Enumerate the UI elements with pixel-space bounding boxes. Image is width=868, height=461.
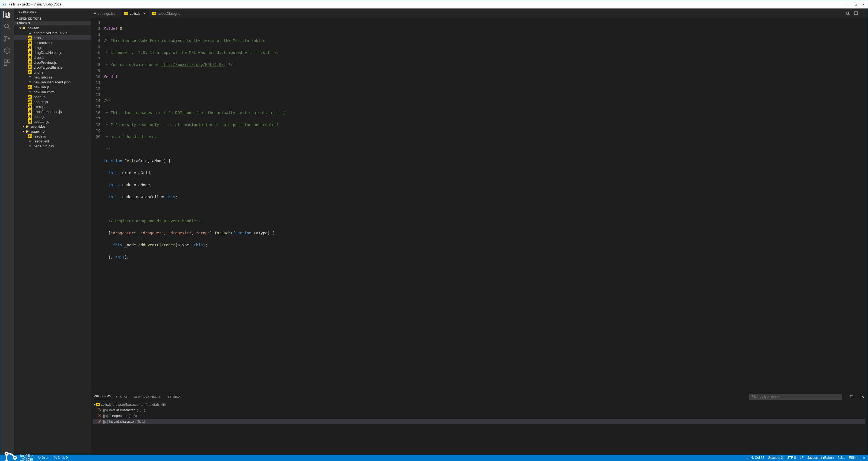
file-item[interactable]: pageInfo.css (14, 143, 91, 149)
minimize-button[interactable]: — (847, 2, 849, 6)
svg-line-3 (8, 28, 10, 30)
tab-debug-console[interactable]: DEBUG CONSOLE (134, 395, 161, 398)
file-item[interactable]: newTab.css (14, 75, 91, 79)
problem-item[interactable]: ⓧ[js] Invalid character. (5, 1) (93, 419, 865, 424)
file-item[interactable]: JSdragDataHelper.js (14, 50, 91, 55)
chevron-down-icon: ▾ (19, 26, 22, 30)
file-item[interactable]: JSsites.js (14, 104, 91, 109)
file-item[interactable]: alternativeDefaultSite... (14, 30, 91, 35)
code-editor[interactable]: 1234567891011121314151617181920 #ifdef 0… (91, 18, 868, 392)
file-name: cells.js (34, 36, 44, 40)
git-sync[interactable]: ↻ 0↓ 1↑ (38, 456, 50, 460)
file-item[interactable]: newTab.xhtml (14, 90, 91, 94)
language-mode[interactable]: Javascript (Babel) (808, 456, 834, 460)
js-icon: JS (28, 109, 32, 114)
file-name: undo.js (34, 114, 45, 119)
folder-pageinfo[interactable]: ▾📁pageinfo (14, 129, 91, 134)
tab-output[interactable]: OUTPUT (116, 395, 129, 398)
file-name: dropTargetShim.js (34, 65, 62, 69)
workspace-section[interactable]: ▾GECKO (14, 21, 91, 26)
problems-list[interactable]: ▾ JS cells.js browser\base\content\newta… (91, 401, 868, 455)
js-icon: JS (28, 119, 32, 124)
encoding[interactable]: UTF-8 (787, 456, 796, 460)
svg-rect-1 (6, 13, 9, 18)
file-name: feeds.js (34, 134, 46, 138)
extension-version[interactable]: 2.2.1 (838, 456, 845, 460)
editor-tab[interactable]: JScells.js× (121, 8, 149, 18)
explorer-icon[interactable] (3, 11, 11, 18)
file-item[interactable]: JSsearch.js (14, 99, 91, 104)
file-name: page.js (34, 95, 45, 99)
eslint-status[interactable]: ESLint (848, 456, 858, 460)
editor-tab[interactable]: settings.json (91, 8, 121, 18)
chevron-right-icon: ▸ (22, 124, 25, 129)
editor-area: settings.jsonJScells.js×JSaboutDialog.js… (91, 8, 868, 455)
code-content[interactable]: #ifdef 0 /* This Source Code Form is sub… (104, 18, 868, 392)
svg-line-8 (5, 48, 10, 53)
file-item[interactable]: JSundo.js (14, 114, 91, 119)
file-item[interactable]: JSgrid.js (14, 70, 91, 75)
js-icon: JS (28, 114, 32, 119)
git-branch[interactable]: bug/cliqz-1342989 (2, 450, 34, 461)
eol[interactable]: LF (800, 456, 804, 460)
file-name: transformations.js (34, 110, 62, 114)
file-item[interactable]: JSpage.js (14, 94, 91, 99)
file-item[interactable]: JSnewTab.js (14, 85, 91, 90)
folder-overrides[interactable]: ▸📁overrides (14, 124, 91, 129)
folder-newtab[interactable]: ▾📁newtab (14, 26, 91, 30)
open-editors-section[interactable]: ▸OPEN EDITORS (14, 16, 91, 21)
source-control-icon[interactable] (3, 35, 11, 42)
file-item[interactable]: JSdrag.js (14, 45, 91, 50)
tab-terminal[interactable]: TERMINAL (166, 395, 182, 398)
file-item[interactable]: newTab.inadjacent.json (14, 79, 91, 85)
svg-rect-10 (7, 60, 10, 62)
close-button[interactable]: ✕ (862, 2, 864, 6)
maximize-panel-icon[interactable]: ❐ (850, 395, 854, 399)
js-icon: JS (28, 55, 32, 60)
css-icon (28, 144, 32, 148)
js-icon: JS (28, 104, 32, 109)
file-item[interactable]: JScells.js (14, 35, 91, 40)
problem-item[interactable]: ⓧ[js] ';' expected. (1, 8) (93, 413, 865, 419)
css-icon (28, 75, 32, 79)
js-icon: JS (28, 85, 32, 89)
vscode-window: cells.js - gecko - Visual Studio Code — … (0, 0, 868, 461)
more-icon[interactable]: ··· (862, 11, 864, 15)
tab-label: cells.js (130, 11, 141, 15)
file-item[interactable]: JStransformations.js (14, 109, 91, 114)
js-icon: JS (124, 12, 128, 15)
tab-actions: ··· (846, 8, 868, 18)
activity-bar (0, 8, 14, 455)
file-item[interactable]: JSupdater.js (14, 119, 91, 124)
split-editor-icon[interactable] (854, 11, 858, 16)
sidebar: EXPLORER ▸OPEN EDITORS ▾GECKO ▾📁newtab a… (14, 8, 91, 455)
close-tab-icon[interactable]: × (143, 11, 145, 15)
tab-problems[interactable]: PROBLEMS (94, 395, 112, 399)
feedback-icon[interactable]: ☺ (862, 456, 866, 460)
file-tree[interactable]: ▾📁newtab alternativeDefaultSite...JScell… (14, 26, 91, 455)
problem-file-row[interactable]: ▾ JS cells.js browser\base\content\newta… (93, 402, 865, 407)
bottom-panel: PROBLEMS OUTPUT DEBUG CONSOLE TERMINAL ❐… (91, 392, 868, 455)
search-icon[interactable] (3, 23, 11, 30)
window-controls: — ☐ ✕ (847, 2, 864, 6)
file-item[interactable]: feeds.xml (14, 139, 91, 143)
file-item[interactable]: JSfeeds.js (14, 134, 91, 139)
maximize-button[interactable]: ☐ (855, 2, 857, 6)
file-item[interactable]: JScustomize.js (14, 40, 91, 45)
compare-icon[interactable] (846, 11, 850, 16)
panel-filter-input[interactable] (749, 394, 842, 400)
extensions-icon[interactable] (3, 59, 11, 66)
close-panel-icon[interactable]: ✕ (861, 395, 864, 399)
editor-tab[interactable]: JSaboutDialog.js (149, 8, 184, 18)
file-item[interactable]: JSdropPreview.js (14, 60, 91, 65)
file-item[interactable]: JSdropTargetShim.js (14, 65, 91, 70)
file-item[interactable]: JSdrop.js (14, 55, 91, 60)
cursor-position[interactable]: Ln 4, Col 57 (747, 456, 765, 460)
svg-point-4 (5, 36, 6, 37)
error-icon: ⓧ (98, 419, 101, 424)
debug-icon[interactable] (3, 47, 11, 55)
sidebar-title: EXPLORER (14, 8, 91, 16)
indentation[interactable]: Spaces: 2 (768, 456, 783, 460)
problem-item[interactable]: ⓧ[js] Invalid character. (1, 1) (93, 407, 865, 413)
errors-status[interactable]: ⓧ 3 ⚠ 0 (54, 456, 68, 460)
